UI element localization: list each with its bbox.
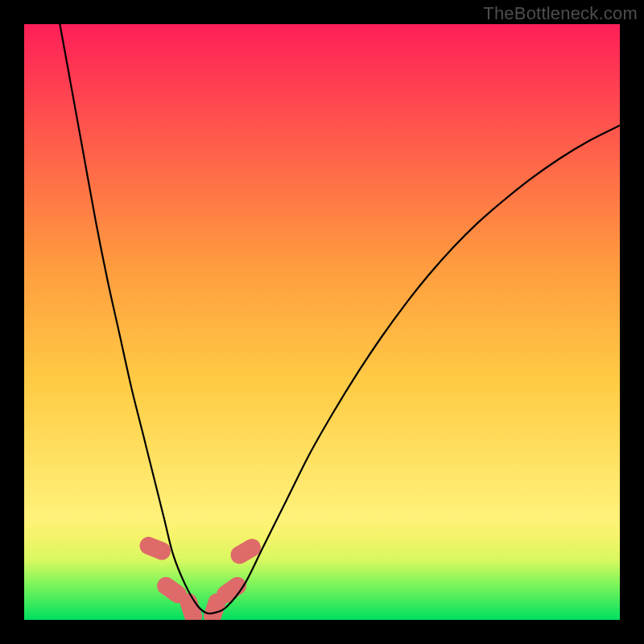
watermark-text: TheBottleneck.com: [483, 3, 638, 24]
chart-frame: TheBottleneck.com: [0, 0, 644, 644]
gradient-background: [24, 24, 620, 620]
chart-svg: [24, 24, 620, 620]
plot-area: [24, 24, 620, 620]
